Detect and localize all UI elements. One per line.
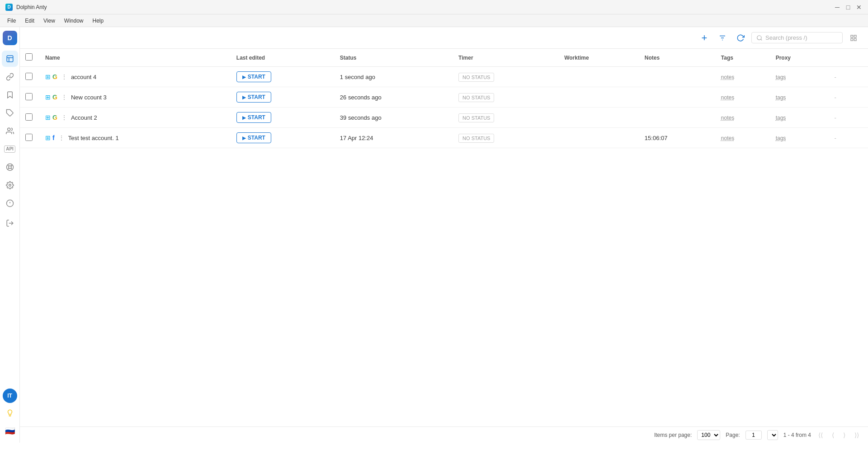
toolbar: +	[20, 27, 868, 49]
start-button[interactable]: ▶ START	[236, 112, 271, 123]
table-header-row: Name Last edited Status Timer Worktime N…	[20, 49, 868, 67]
status-badge: NO STATUS	[458, 73, 494, 82]
tags-link[interactable]: tags	[776, 115, 786, 121]
columns-icon	[850, 34, 857, 42]
svg-rect-20	[854, 38, 856, 41]
start-button[interactable]: ▶ START	[236, 71, 271, 82]
status-badge: NO STATUS	[458, 93, 494, 102]
menu-view[interactable]: View	[40, 17, 59, 25]
sidebar-item-logout[interactable]	[2, 215, 18, 231]
start-label: START	[248, 114, 265, 121]
filter-button[interactable]	[715, 31, 730, 45]
account-name: Test test account. 1	[68, 135, 119, 141]
svg-rect-19	[851, 38, 853, 41]
titlebar: D Dolphin Anty ─ □ ✕	[0, 0, 868, 14]
notes-link[interactable]: notes	[721, 135, 734, 141]
sidebar-item-api[interactable]: API	[2, 141, 18, 157]
col-header-timer: Timer	[453, 49, 559, 67]
tags-link[interactable]: tags	[776, 94, 786, 101]
col-header-last-edited: Last edited	[231, 49, 335, 67]
minimize-button[interactable]: ─	[834, 4, 841, 11]
items-per-page-select[interactable]: 100 50 25	[697, 430, 720, 440]
row-menu-dots[interactable]: ⋮	[61, 94, 67, 101]
page-input[interactable]	[745, 431, 762, 440]
page-select[interactable]: ▾	[767, 430, 778, 440]
close-button[interactable]: ✕	[855, 4, 863, 11]
last-edited-cell: 17 Apr 12:24	[335, 128, 453, 148]
menu-help[interactable]: Help	[89, 17, 108, 25]
app-icon: D	[5, 4, 13, 11]
table-row: ⊞ G ⋮ New ccount 3 ▶ START 26 seconds ag…	[20, 87, 868, 108]
prev-page-button[interactable]: ⟨	[830, 431, 836, 440]
last-page-button[interactable]: ⟩⟩	[853, 431, 861, 440]
col-header-notes: Notes	[639, 49, 716, 67]
settings-icon	[6, 181, 14, 189]
menu-window[interactable]: Window	[61, 17, 87, 25]
sidebar-logo: D	[3, 31, 17, 45]
svg-point-15	[757, 35, 761, 39]
search-input[interactable]	[765, 34, 838, 41]
search-box[interactable]	[751, 32, 843, 43]
last-edited-cell: 1 second ago	[335, 67, 453, 87]
row-menu-dots[interactable]: ⋮	[61, 73, 67, 80]
logout-icon	[6, 219, 14, 227]
column-settings-button[interactable]	[846, 31, 861, 45]
google-icon: G	[52, 114, 57, 121]
sidebar-item-billing[interactable]	[2, 195, 18, 211]
tags-link[interactable]: tags	[776, 74, 786, 80]
billing-icon	[6, 199, 14, 207]
status-badge: NO STATUS	[458, 113, 494, 122]
browser-info: ⊞ G ⋮ Account 2	[45, 114, 226, 121]
sidebar-item-fingerprints[interactable]	[2, 159, 18, 175]
sidebar-item-bookmarks[interactable]	[2, 87, 18, 103]
start-arrow-icon: ▶	[242, 95, 246, 100]
facebook-icon: f	[52, 135, 55, 141]
row-menu-dots[interactable]: ⋮	[61, 114, 67, 121]
select-all-checkbox[interactable]	[25, 53, 33, 61]
footer: Items per page: 100 50 25 Page: ▾ 1 - 4 …	[20, 426, 868, 443]
add-button[interactable]: +	[697, 31, 712, 45]
sidebar-bottom: IT 🇷🇺	[2, 389, 18, 439]
notes-link[interactable]: notes	[721, 115, 734, 121]
sidebar-item-theme[interactable]	[2, 405, 18, 421]
sidebar-item-team[interactable]	[2, 123, 18, 139]
start-label: START	[248, 74, 265, 80]
timer-cell	[559, 67, 639, 87]
last-edited-cell: 26 seconds ago	[335, 87, 453, 108]
links-icon	[6, 73, 14, 81]
row-checkbox[interactable]	[25, 73, 33, 80]
notes-link[interactable]: notes	[721, 94, 734, 101]
row-checkbox[interactable]	[25, 113, 33, 121]
menu-file[interactable]: File	[4, 17, 19, 25]
browser-info: ⊞ G ⋮ New ccount 3	[45, 94, 226, 101]
refresh-button[interactable]	[733, 31, 748, 45]
timer-cell	[559, 108, 639, 128]
accounts-table: Name Last edited Status Timer Worktime N…	[20, 49, 868, 148]
refresh-icon	[736, 34, 745, 42]
status-badge: NO STATUS	[458, 134, 494, 143]
sidebar-item-flag[interactable]: 🇷🇺	[2, 423, 18, 439]
col-header-proxy: Proxy	[770, 49, 829, 67]
avatar[interactable]: IT	[3, 389, 17, 403]
first-page-button[interactable]: ⟨⟨	[816, 431, 825, 440]
tags-link[interactable]: tags	[776, 135, 786, 141]
window-controls: ─ □ ✕	[834, 4, 863, 11]
sidebar-item-profiles[interactable]	[2, 51, 18, 67]
row-checkbox[interactable]	[25, 93, 33, 100]
next-page-button[interactable]: ⟩	[841, 431, 847, 440]
notes-link[interactable]: notes	[721, 74, 734, 80]
maximize-button[interactable]: □	[844, 4, 852, 11]
sidebar-item-extensions[interactable]	[2, 105, 18, 121]
start-arrow-icon: ▶	[242, 75, 246, 80]
sidebar-item-settings[interactable]	[2, 177, 18, 193]
start-button[interactable]: ▶ START	[236, 92, 271, 103]
proxy-cell: -	[829, 128, 844, 148]
row-menu-dots[interactable]: ⋮	[58, 134, 65, 141]
menubar: File Edit View Window Help	[0, 14, 868, 27]
bookmarks-icon	[6, 91, 14, 99]
sidebar-item-links[interactable]	[2, 69, 18, 85]
menu-edit[interactable]: Edit	[21, 17, 38, 25]
start-button[interactable]: ▶ START	[236, 132, 271, 143]
row-checkbox[interactable]	[25, 134, 33, 141]
worktime-cell: 15:06:07	[639, 128, 716, 148]
